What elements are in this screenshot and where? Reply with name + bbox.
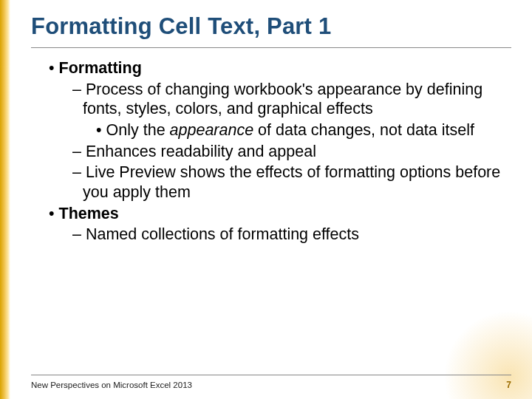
- slide-body: Formatting Cell Text, Part 1 Formatting …: [10, 0, 532, 399]
- bullet-formatting-label: Formatting: [59, 59, 142, 77]
- left-accent-stripe: [0, 0, 10, 399]
- bullet-themes-label: Themes: [59, 205, 119, 222]
- bullet-formatting-appearance-note: Only the appearance of data changes, not…: [31, 120, 511, 140]
- text-emphasis-appearance: appearance: [170, 121, 254, 139]
- text-post: of data changes, not data itself: [253, 121, 474, 139]
- bullet-formatting: Formatting: [31, 58, 511, 78]
- bullet-formatting-definition: Process of changing workbook's appearanc…: [31, 80, 511, 119]
- footer-divider: [31, 375, 511, 375]
- title-divider: [31, 47, 511, 48]
- text-pre: Only the: [106, 121, 170, 139]
- bullet-themes-definition: Named collections of formatting effects: [31, 225, 511, 245]
- content-area: Formatting Process of changing workbook'…: [31, 58, 511, 245]
- bullet-formatting-live-preview: Live Preview shows the effects of format…: [31, 163, 511, 202]
- slide-footer: New Perspectives on Microsoft Excel 2013…: [0, 375, 532, 390]
- slide-title: Formatting Cell Text, Part 1: [31, 13, 511, 40]
- bullet-formatting-readability: Enhances readability and appeal: [31, 142, 511, 162]
- bullet-themes: Themes: [31, 204, 511, 224]
- footer-row: New Perspectives on Microsoft Excel 2013…: [31, 380, 511, 390]
- page-number: 7: [506, 380, 511, 390]
- footer-text: New Perspectives on Microsoft Excel 2013: [31, 381, 192, 389]
